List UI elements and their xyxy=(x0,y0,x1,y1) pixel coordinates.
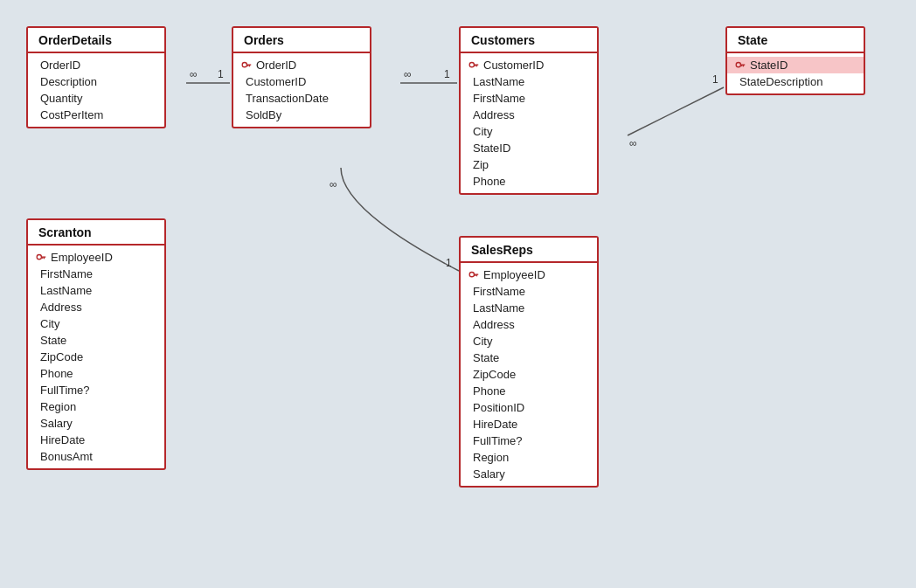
field-label: ZipCode xyxy=(40,350,83,363)
svg-text:1: 1 xyxy=(446,257,452,269)
field-label: FirstName xyxy=(40,267,93,280)
svg-text:1: 1 xyxy=(712,73,718,86)
table-header-scranton: Scranton xyxy=(28,220,164,246)
field-label: Address xyxy=(473,108,515,121)
field-label: StateID xyxy=(473,142,510,155)
field-orders-soldby[interactable]: SoldBy xyxy=(233,107,370,123)
field-state-stateid[interactable]: StateID xyxy=(727,57,864,73)
field-orders-customerid[interactable]: CustomerID xyxy=(233,73,370,90)
table-header-state: State xyxy=(727,28,864,53)
field-scranton-hiredate[interactable]: HireDate xyxy=(28,432,164,448)
field-label: StateDescription xyxy=(739,75,822,88)
field-label: Phone xyxy=(473,175,506,188)
field-label: State xyxy=(473,351,499,364)
field-salesReps-salary[interactable]: Salary xyxy=(461,466,597,482)
field-customers-city[interactable]: City xyxy=(461,123,597,140)
field-scranton-fulltime[interactable]: FullTime? xyxy=(28,382,164,398)
svg-text:∞: ∞ xyxy=(404,68,412,80)
key-icon xyxy=(468,269,480,281)
field-label: Address xyxy=(473,318,515,331)
field-salesReps-city[interactable]: City xyxy=(461,333,597,349)
field-scranton-zipcode[interactable]: ZipCode xyxy=(28,349,164,365)
field-customers-customerid[interactable]: CustomerID xyxy=(461,57,597,73)
field-orders-orderid[interactable]: OrderID xyxy=(233,57,370,73)
svg-point-11 xyxy=(242,62,246,66)
field-scranton-region[interactable]: Region xyxy=(28,398,164,415)
field-salesReps-hiredate[interactable]: HireDate xyxy=(461,416,597,432)
table-orders: Orders OrderIDCustomerIDTransactionDateS… xyxy=(232,26,371,128)
field-label: OrderID xyxy=(256,59,296,72)
table-fields-scranton: EmployeeIDFirstNameLastNameAddressCitySt… xyxy=(28,246,164,468)
field-label: StateID xyxy=(750,59,788,72)
field-salesReps-region[interactable]: Region xyxy=(461,449,597,466)
field-label: BonusAmt xyxy=(40,450,93,463)
field-customers-firstname[interactable]: FirstName xyxy=(461,90,597,107)
field-customers-zip[interactable]: Zip xyxy=(461,156,597,173)
field-label: CustomerID xyxy=(246,75,306,88)
field-label: Description xyxy=(40,75,97,88)
field-label: EmployeeID xyxy=(483,268,545,281)
field-scranton-lastname[interactable]: LastName xyxy=(28,282,164,299)
field-scranton-state[interactable]: State xyxy=(28,332,164,349)
svg-point-27 xyxy=(469,272,474,276)
field-salesReps-positionid[interactable]: PositionID xyxy=(461,399,597,416)
field-state-statedescription[interactable]: StateDescription xyxy=(727,73,864,90)
field-label: Quantity xyxy=(40,92,82,105)
field-scranton-firstname[interactable]: FirstName xyxy=(28,266,164,282)
field-label: FirstName xyxy=(473,92,525,105)
field-label: Salary xyxy=(40,417,73,430)
field-label: OrderID xyxy=(40,59,80,72)
key-icon xyxy=(240,59,253,72)
field-label: Zip xyxy=(473,158,489,171)
field-scranton-city[interactable]: City xyxy=(28,315,164,332)
field-label: SoldBy xyxy=(246,108,281,121)
field-scranton-address[interactable]: Address xyxy=(28,299,164,315)
table-orderDetails: OrderDetailsOrderIDDescriptionQuantityCo… xyxy=(26,26,166,128)
field-salesReps-firstname[interactable]: FirstName xyxy=(461,283,597,300)
table-header-orderDetails: OrderDetails xyxy=(28,28,164,53)
field-label: CostPerItem xyxy=(40,108,103,121)
table-fields-salesReps: EmployeeIDFirstNameLastNameAddressCitySt… xyxy=(461,263,597,486)
table-fields-customers: CustomerIDLastNameFirstNameAddressCitySt… xyxy=(461,53,597,193)
field-customers-address[interactable]: Address xyxy=(461,107,597,123)
field-salesReps-employeeid[interactable]: EmployeeID xyxy=(461,266,597,283)
field-scranton-phone[interactable]: Phone xyxy=(28,365,164,382)
field-orders-transactiondate[interactable]: TransactionDate xyxy=(233,90,370,107)
field-salesReps-fulltime[interactable]: FullTime? xyxy=(461,432,597,449)
field-orderDetails-description[interactable]: Description xyxy=(28,73,164,90)
field-label: CustomerID xyxy=(483,59,544,72)
field-orderDetails-costperitem[interactable]: CostPerItem xyxy=(28,107,164,123)
field-label: FirstName xyxy=(473,285,525,298)
field-label: FullTime? xyxy=(473,434,523,447)
field-salesReps-lastname[interactable]: LastName xyxy=(461,300,597,316)
field-customers-lastname[interactable]: LastName xyxy=(461,73,597,90)
svg-text:∞: ∞ xyxy=(190,68,198,80)
key-icon xyxy=(734,59,746,72)
field-orderDetails-quantity[interactable]: Quantity xyxy=(28,90,164,107)
svg-point-19 xyxy=(736,62,740,66)
field-scranton-salary[interactable]: Salary xyxy=(28,415,164,432)
field-label: Region xyxy=(40,400,76,413)
field-customers-phone[interactable]: Phone xyxy=(461,173,597,190)
table-header-customers: Customers xyxy=(461,28,597,53)
svg-text:1: 1 xyxy=(218,68,224,80)
field-scranton-bonusamt[interactable]: BonusAmt xyxy=(28,448,164,465)
field-scranton-employeeid[interactable]: EmployeeID xyxy=(28,249,164,266)
field-customers-stateid[interactable]: StateID xyxy=(461,140,597,156)
field-label: LastName xyxy=(473,75,524,88)
field-label: Region xyxy=(473,451,509,464)
table-header-orders: Orders xyxy=(233,28,370,53)
svg-text:1: 1 xyxy=(444,68,450,80)
field-salesReps-zipcode[interactable]: ZipCode xyxy=(461,366,597,383)
field-label: EmployeeID xyxy=(51,251,113,264)
field-salesReps-address[interactable]: Address xyxy=(461,316,597,333)
table-salesReps: SalesReps EmployeeIDFirstNameLastNameAdd… xyxy=(459,236,599,488)
field-label: Salary xyxy=(473,467,505,481)
field-orderDetails-orderid[interactable]: OrderID xyxy=(28,57,164,73)
table-scranton: Scranton EmployeeIDFirstNameLastNameAddr… xyxy=(26,218,166,470)
field-label: City xyxy=(473,125,492,138)
svg-text:∞: ∞ xyxy=(330,178,337,190)
field-salesReps-state[interactable]: State xyxy=(461,349,597,366)
field-label: PositionID xyxy=(473,401,524,414)
field-salesReps-phone[interactable]: Phone xyxy=(461,383,597,399)
